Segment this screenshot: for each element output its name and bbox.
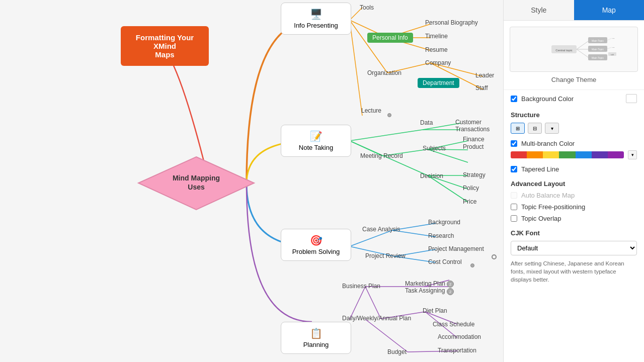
- svg-text:Mind Mapping: Mind Mapping: [173, 174, 220, 182]
- resume-label: Resume: [425, 46, 448, 53]
- policy-label: Policy: [463, 185, 479, 192]
- case-analysis-label: Case Analysis: [362, 226, 400, 233]
- background-color-checkbox[interactable]: [511, 96, 517, 102]
- class-schedule-label: Class Schedule: [433, 321, 474, 328]
- svg-text:Main Topic: Main Topic: [592, 56, 604, 59]
- lecture-label: Lecture: [361, 107, 381, 114]
- svg-line-45: [577, 49, 588, 57]
- color-strip-expand[interactable]: ▾: [628, 150, 637, 159]
- transportation-label: Transportation: [438, 347, 476, 354]
- company-label: Company: [425, 59, 451, 66]
- structure-btn-2[interactable]: ⊟: [528, 123, 542, 134]
- central-topic[interactable]: Mind Mapping Uses: [136, 154, 257, 214]
- cjk-font-title: CJK Font: [504, 224, 644, 239]
- research-label: Research: [428, 232, 454, 239]
- theme-preview-section: Central topic Main Topic Main Topic Main…: [504, 21, 644, 90]
- subjects-label: Subjects: [423, 145, 446, 152]
- background-label: Background: [428, 219, 460, 226]
- mindmap-canvas: Mind Mapping Uses Formatting Your XMind …: [0, 0, 503, 362]
- auto-balance-row: Auto Balance Map: [504, 190, 644, 201]
- color-strip: [511, 151, 624, 158]
- structure-btn-3[interactable]: ▾: [545, 123, 559, 134]
- data-label: Data: [420, 119, 433, 126]
- marketing-plan-label: Marketing Plan: [405, 280, 445, 287]
- strategy-label: Strategy: [463, 171, 486, 178]
- svg-text:Main Topic: Main Topic: [592, 48, 604, 51]
- timeline-label: Timeline: [425, 33, 448, 40]
- staff-label: Staff: [475, 84, 488, 92]
- auto-balance-checkbox[interactable]: [511, 192, 517, 199]
- info-presenting-node[interactable]: 🖥️ Info Presenting: [281, 3, 351, 35]
- personal-biography-label: Personal Biography: [425, 19, 478, 26]
- leader-label: Leader: [475, 72, 494, 79]
- cjk-description: After setting Chinese, Japanese and Kore…: [504, 257, 644, 288]
- advanced-layout-title: Advanced Layout: [504, 175, 644, 190]
- tools-label: Tools: [360, 4, 374, 11]
- cjk-font-select[interactable]: Default: [511, 241, 637, 255]
- price-label: Price: [463, 198, 476, 205]
- svg-line-52: [607, 38, 612, 40]
- svg-line-36: [365, 319, 408, 352]
- daily-weekly-label: Daily/Weekly/Annual Plan: [342, 315, 411, 322]
- panel-tabs: Style Map: [504, 0, 644, 21]
- department-badge[interactable]: Department: [418, 78, 459, 88]
- background-color-row: Background Color: [504, 90, 644, 107]
- tab-style[interactable]: Style: [504, 0, 574, 20]
- svg-text:sub: sub: [610, 53, 614, 56]
- svg-text:—: —: [612, 37, 615, 40]
- topic-overlap-row: Topic Overlap: [504, 213, 644, 224]
- diet-plan-label: Diet Plan: [423, 307, 447, 314]
- structure-btn-1[interactable]: ⊞: [511, 123, 525, 134]
- personal-info-badge[interactable]: Personal Info: [367, 33, 413, 43]
- svg-text:Main Topic: Main Topic: [592, 39, 604, 42]
- svg-text:—: —: [612, 46, 615, 49]
- task-assigning-label: Task Assigning: [405, 287, 445, 294]
- background-color-picker[interactable]: [626, 94, 637, 103]
- project-management-label: Project Management: [428, 245, 484, 252]
- business-plan-label: Business Plan: [342, 283, 380, 290]
- customer-label: Customer: [455, 119, 481, 126]
- problem-solving-node[interactable]: 🎯 Problem Solving: [281, 229, 351, 261]
- decision-label: Decision: [420, 172, 443, 179]
- tapered-line-checkbox[interactable]: [511, 166, 517, 172]
- multi-branch-row: Multi-branch Color: [504, 138, 644, 149]
- product-label: Product: [463, 143, 484, 150]
- svg-line-10: [350, 130, 423, 141]
- svg-text:Uses: Uses: [188, 183, 205, 191]
- project-review-label: Project Review: [365, 252, 406, 259]
- structure-section-title: Structure: [504, 107, 644, 121]
- svg-text:Central topic: Central topic: [555, 49, 573, 52]
- change-theme-button[interactable]: Change Theme: [510, 76, 638, 83]
- transactions-label: Transactions: [455, 126, 490, 133]
- svg-line-53: [607, 47, 612, 49]
- tapered-line-row: Tapered Line: [504, 163, 644, 175]
- finance-label: Finance: [463, 136, 485, 143]
- accommodation-label: Accommodation: [438, 333, 481, 340]
- formatting-box[interactable]: Formatting Your XMind Maps: [121, 26, 209, 66]
- multi-branch-checkbox[interactable]: [511, 140, 517, 147]
- tab-map[interactable]: Map: [574, 0, 645, 20]
- svg-line-43: [577, 41, 588, 49]
- topic-free-checkbox[interactable]: [511, 204, 517, 210]
- cost-control-label: Cost Control: [428, 258, 462, 265]
- organization-label: Organization: [367, 69, 401, 76]
- topic-overlap-checkbox[interactable]: [511, 215, 517, 222]
- structure-buttons-row: ⊞ ⊟ ▾: [504, 121, 644, 138]
- topic-free-row: Topic Free-positioning: [504, 201, 644, 213]
- planning-node[interactable]: 📋 Planning: [281, 322, 351, 354]
- theme-preview-image: Central topic Main Topic Main Topic Main…: [510, 27, 638, 72]
- budget-label: Budget: [387, 348, 407, 355]
- note-taking-node[interactable]: 📝 Note Taking: [281, 125, 351, 157]
- svg-line-32: [365, 287, 381, 319]
- meeting-record-label: Meeting Record: [360, 152, 403, 159]
- right-panel: Style Map Central topic Main Topic Main …: [503, 0, 644, 362]
